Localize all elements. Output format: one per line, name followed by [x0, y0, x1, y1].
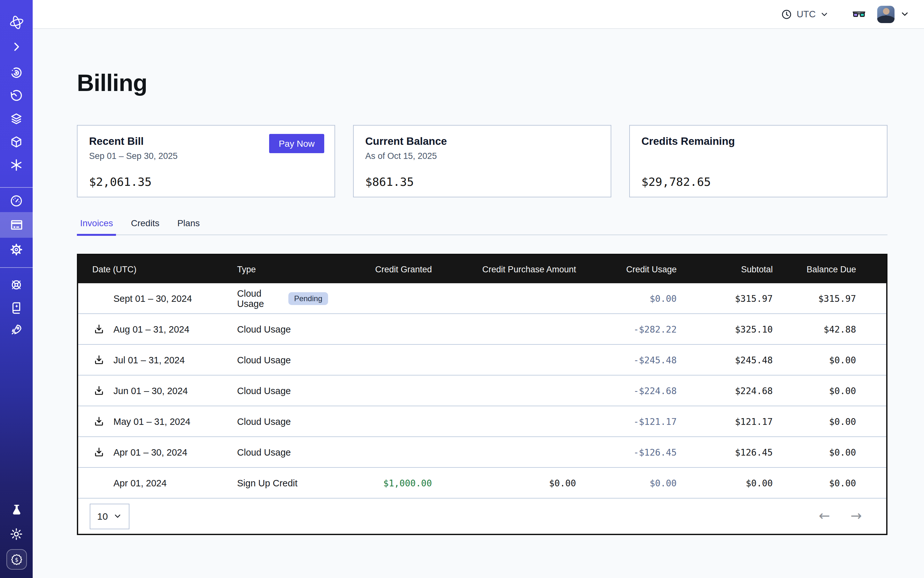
download-invoice-icon[interactable]: [92, 353, 105, 366]
namespaces-icon[interactable]: [0, 112, 32, 126]
credits-icon[interactable]: $: [6, 549, 27, 570]
workflows-icon[interactable]: [0, 65, 32, 80]
timezone-selector[interactable]: UTC: [781, 9, 828, 19]
invoice-type: Cloud Usage: [237, 447, 291, 457]
invoice-type: Cloud Usage: [237, 385, 291, 396]
download-invoice-icon[interactable]: [92, 415, 105, 428]
invoice-date: Apr 01, 2024: [114, 478, 167, 488]
sidebar: $: [0, 0, 32, 578]
table-row: Jun 01 – 30, 2024 Cloud Usage -$224.68 $…: [78, 375, 886, 406]
card-subtitle: As of Oct 15, 2025: [365, 151, 599, 161]
balance-due: $0.00: [773, 385, 886, 396]
pay-now-button[interactable]: Pay Now: [269, 134, 324, 153]
pager: ← →: [819, 510, 862, 523]
timezone-label: UTC: [796, 9, 816, 19]
current-balance-card: Current Balance As of Oct 15, 2025 $861.…: [353, 125, 611, 197]
column-header: Type: [237, 264, 328, 274]
credit-granted: $1,000.00: [328, 478, 432, 488]
download-invoice-icon[interactable]: [92, 446, 105, 458]
table-row: Apr 01 – 30, 2024 Cloud Usage -$126.45 $…: [78, 437, 886, 468]
billing-tabs: Invoices Credits Plans: [77, 218, 887, 235]
balance-due: $0.00: [773, 355, 886, 365]
svg-text:$: $: [15, 557, 18, 563]
balance-due: $0.00: [773, 447, 886, 457]
deployments-icon[interactable]: [0, 135, 32, 149]
docs-icon[interactable]: [0, 300, 32, 314]
tab-invoices[interactable]: Invoices: [77, 218, 116, 235]
invoice-date: Jun 01 – 30, 2024: [114, 385, 188, 396]
card-title: Current Balance: [365, 135, 599, 148]
credit-usage: -$126.45: [576, 447, 677, 457]
table-row: Sept 01 – 30, 2024 Cloud UsagePending $0…: [78, 283, 886, 314]
balance-due: $42.88: [773, 324, 886, 334]
invoice-type: Cloud Usage: [237, 324, 291, 334]
schedules-icon[interactable]: [0, 88, 32, 102]
subtotal: $0.00: [677, 478, 773, 488]
subtotal: $245.48: [677, 355, 773, 365]
nexus-icon[interactable]: [0, 157, 32, 172]
temporal-logo-icon[interactable]: [0, 15, 32, 29]
table-header: Date (UTC) Type Credit Granted Credit Pu…: [78, 255, 886, 283]
user-avatar[interactable]: [877, 5, 895, 23]
card-amount: $2,061.35: [89, 175, 323, 188]
credit-usage: -$121.17: [576, 416, 677, 427]
credit-purchase-amount: $0.00: [432, 478, 576, 488]
glasses-icon[interactable]: [852, 7, 866, 21]
column-header: Credit Purchase Amount: [432, 264, 576, 274]
main-content: Billing Recent Bill Sep 01 – Sep 30, 202…: [32, 29, 924, 578]
table-footer: 10 ← →: [78, 498, 886, 534]
account-chevron-down-icon[interactable]: [900, 10, 909, 19]
credit-usage: -$282.22: [576, 324, 677, 334]
topbar: UTC: [32, 0, 924, 29]
icon-slot: [92, 292, 105, 305]
invoices-table: Date (UTC) Type Credit Granted Credit Pu…: [77, 254, 887, 535]
sidebar-divider: [0, 267, 32, 268]
invoice-type: Sign Up Credit: [237, 478, 298, 488]
table-row: Jul 01 – 31, 2024 Cloud Usage -$245.48 $…: [78, 345, 886, 375]
chevron-down-icon: [114, 512, 122, 520]
timezone-chevron-down-icon: [820, 10, 828, 18]
invoice-date: Aug 01 – 31, 2024: [114, 324, 189, 334]
subtotal: $121.17: [677, 416, 773, 427]
credit-usage: $0.00: [576, 293, 677, 304]
expand-chevron-icon[interactable]: [0, 40, 32, 54]
page-size-value: 10: [97, 511, 108, 521]
labs-icon[interactable]: [0, 503, 32, 517]
icon-slot: [92, 476, 105, 489]
usage-icon[interactable]: [0, 193, 32, 208]
card-title: Credits Remaining: [641, 135, 875, 148]
recent-bill-card: Recent Bill Sep 01 – Sep 30, 2025 $2,061…: [77, 125, 335, 197]
sidebar-divider: [0, 187, 32, 188]
credit-usage: -$224.68: [576, 385, 677, 396]
subtotal: $315.97: [677, 293, 773, 304]
support-icon[interactable]: [0, 278, 32, 292]
credits-remaining-card: Credits Remaining $29,782.65: [629, 125, 887, 197]
invoice-type: Cloud Usage: [237, 288, 282, 308]
table-row: Apr 01, 2024 Sign Up Credit $1,000.00 $0…: [78, 468, 886, 498]
card-subtitle: [641, 151, 875, 161]
credit-usage: -$245.48: [576, 355, 677, 365]
tab-credits[interactable]: Credits: [128, 218, 163, 235]
theme-icon[interactable]: [0, 527, 32, 541]
invoice-date: Apr 01 – 30, 2024: [114, 447, 187, 457]
next-page-button[interactable]: →: [851, 510, 862, 523]
column-header: Balance Due: [773, 264, 886, 274]
download-invoice-icon[interactable]: [92, 384, 105, 397]
download-invoice-icon[interactable]: [92, 323, 105, 336]
column-header: Subtotal: [677, 264, 773, 274]
previous-page-button[interactable]: ←: [819, 510, 830, 523]
getting-started-icon[interactable]: [0, 322, 32, 336]
tab-plans[interactable]: Plans: [174, 218, 203, 235]
column-header: Credit Granted: [328, 264, 432, 274]
balance-due: $0.00: [773, 478, 886, 488]
billing-icon[interactable]: [0, 212, 32, 238]
invoice-date: Sept 01 – 30, 2024: [114, 293, 192, 304]
page-size-select[interactable]: 10: [90, 503, 130, 529]
status-badge: Pending: [288, 292, 328, 305]
balance-due: $315.97: [773, 293, 886, 304]
credit-usage: $0.00: [576, 478, 677, 488]
card-amount: $29,782.65: [641, 175, 875, 188]
summary-cards: Recent Bill Sep 01 – Sep 30, 2025 $2,061…: [77, 125, 887, 197]
settings-icon[interactable]: [0, 242, 32, 257]
subtotal: $325.10: [677, 324, 773, 334]
